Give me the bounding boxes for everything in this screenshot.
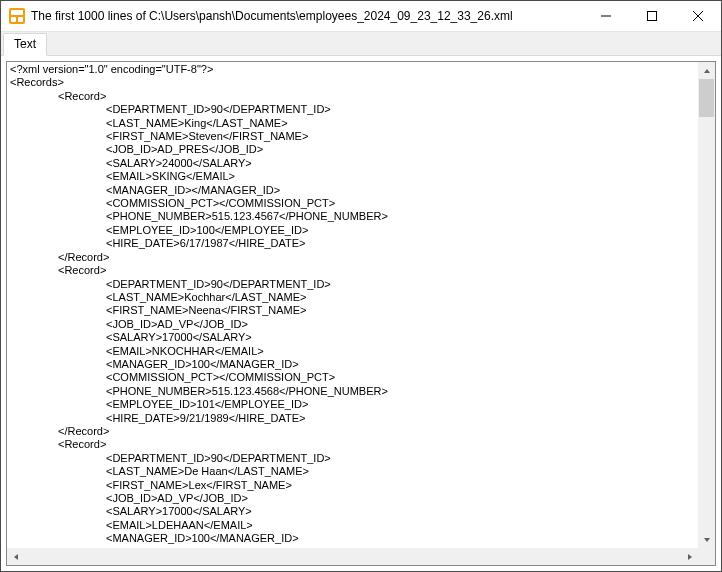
- vertical-scrollbar[interactable]: [698, 62, 715, 548]
- xml-line: <JOB_ID>AD_VP</JOB_ID>: [106, 318, 695, 331]
- tabstrip: Text: [1, 32, 721, 56]
- xml-line: <Records>: [10, 76, 695, 89]
- xml-line: <?xml version="1.0" encoding="UTF-8"?>: [10, 63, 695, 76]
- window-controls: [583, 1, 721, 31]
- xml-line: <EMAIL>LDEHAAN</EMAIL>: [106, 519, 695, 532]
- app-icon: [9, 8, 25, 24]
- xml-line: <LAST_NAME>De Haan</LAST_NAME>: [106, 465, 695, 478]
- close-button[interactable]: [675, 1, 721, 31]
- xml-line: <Record>: [58, 438, 695, 451]
- xml-line: <EMAIL>NKOCHHAR</EMAIL>: [106, 345, 695, 358]
- horizontal-scrollbar[interactable]: [7, 548, 698, 565]
- xml-line: <EMPLOYEE_ID>100</EMPLOYEE_ID>: [106, 224, 695, 237]
- xml-line: <COMMISSION_PCT></COMMISSION_PCT>: [106, 197, 695, 210]
- scroll-left-arrow-icon[interactable]: [7, 548, 24, 565]
- xml-line: <HIRE_DATE>9/21/1989</HIRE_DATE>: [106, 412, 695, 425]
- scroll-up-arrow-icon[interactable]: [698, 62, 715, 79]
- xml-line: <LAST_NAME>Kochhar</LAST_NAME>: [106, 291, 695, 304]
- xml-line: <JOB_ID>AD_VP</JOB_ID>: [106, 492, 695, 505]
- xml-line: <DEPARTMENT_ID>90</DEPARTMENT_ID>: [106, 278, 695, 291]
- minimize-button[interactable]: [583, 1, 629, 31]
- svg-rect-1: [11, 10, 23, 15]
- svg-marker-9: [704, 538, 710, 542]
- svg-rect-2: [11, 17, 16, 22]
- xml-line: <EMAIL>SKING</EMAIL>: [106, 170, 695, 183]
- xml-line: <SALARY>24000</SALARY>: [106, 157, 695, 170]
- xml-line: </Record>: [58, 425, 695, 438]
- scrollbar-corner: [698, 548, 715, 565]
- xml-line: <EMPLOYEE_ID>101</EMPLOYEE_ID>: [106, 398, 695, 411]
- text-frame: <?xml version="1.0" encoding="UTF-8"?><R…: [6, 61, 716, 566]
- svg-rect-3: [18, 17, 23, 22]
- maximize-button[interactable]: [629, 1, 675, 31]
- svg-marker-8: [704, 69, 710, 73]
- xml-line: <MANAGER_ID>100</MANAGER_ID>: [106, 532, 695, 545]
- xml-line: <DEPARTMENT_ID>90</DEPARTMENT_ID>: [106, 452, 695, 465]
- xml-text-view[interactable]: <?xml version="1.0" encoding="UTF-8"?><R…: [7, 62, 698, 548]
- scroll-right-arrow-icon[interactable]: [681, 548, 698, 565]
- xml-line: <FIRST_NAME>Steven</FIRST_NAME>: [106, 130, 695, 143]
- xml-line: <FIRST_NAME>Neena</FIRST_NAME>: [106, 304, 695, 317]
- window-title: The first 1000 lines of C:\Users\pansh\D…: [31, 9, 583, 23]
- xml-line: <COMMISSION_PCT></COMMISSION_PCT>: [106, 371, 695, 384]
- xml-line: <DEPARTMENT_ID>90</DEPARTMENT_ID>: [106, 103, 695, 116]
- xml-line: <MANAGER_ID></MANAGER_ID>: [106, 184, 695, 197]
- svg-marker-11: [688, 554, 692, 560]
- xml-line: <PHONE_NUMBER>515.123.4568</PHONE_NUMBER…: [106, 385, 695, 398]
- vertical-scroll-thumb[interactable]: [699, 79, 714, 117]
- xml-line: <HIRE_DATE>6/17/1987</HIRE_DATE>: [106, 237, 695, 250]
- titlebar[interactable]: The first 1000 lines of C:\Users\pansh\D…: [1, 1, 721, 32]
- tab-text[interactable]: Text: [3, 33, 47, 56]
- xml-line: <Record>: [58, 264, 695, 277]
- xml-line: <MANAGER_ID>100</MANAGER_ID>: [106, 358, 695, 371]
- svg-marker-10: [14, 554, 18, 560]
- xml-line: </Record>: [58, 251, 695, 264]
- scroll-down-arrow-icon[interactable]: [698, 531, 715, 548]
- svg-rect-5: [648, 12, 657, 21]
- xml-line: <SALARY>17000</SALARY>: [106, 505, 695, 518]
- xml-line: <SALARY>17000</SALARY>: [106, 331, 695, 344]
- app-window: The first 1000 lines of C:\Users\pansh\D…: [0, 0, 722, 572]
- xml-line: <FIRST_NAME>Lex</FIRST_NAME>: [106, 479, 695, 492]
- xml-line: <Record>: [58, 90, 695, 103]
- xml-line: <JOB_ID>AD_PRES</JOB_ID>: [106, 143, 695, 156]
- xml-line: <PHONE_NUMBER>515.123.4567</PHONE_NUMBER…: [106, 210, 695, 223]
- xml-line: <LAST_NAME>King</LAST_NAME>: [106, 117, 695, 130]
- content-area: <?xml version="1.0" encoding="UTF-8"?><R…: [1, 56, 721, 571]
